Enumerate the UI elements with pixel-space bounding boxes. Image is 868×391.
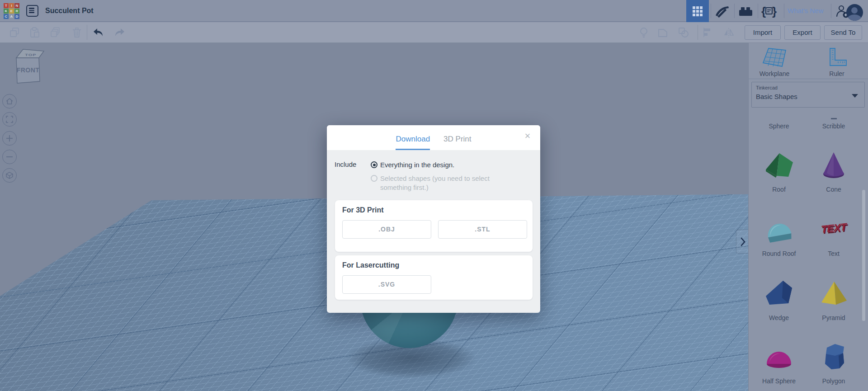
scrollbar-thumb[interactable]: [862, 190, 865, 321]
round-roof-icon: [763, 215, 795, 244]
shape-tile-wedge[interactable]: Wedge: [752, 279, 806, 308]
shape-category-dropdown[interactable]: Tinkercad Basic Shapes: [751, 82, 865, 108]
edit-toolbar: Import Export Send To: [0, 22, 868, 43]
divider: [734, 4, 735, 18]
include-label: Include: [335, 160, 356, 168]
close-icon[interactable]: ×: [522, 131, 533, 141]
for-lasercutting-title: For Lasercutting: [342, 261, 399, 269]
paste-icon[interactable]: [28, 26, 41, 39]
for-3d-print-card: For 3D Print .OBJ .STL: [335, 200, 533, 252]
perspective-toggle-button[interactable]: [2, 168, 17, 183]
tab-download[interactable]: Download: [396, 135, 430, 150]
zoom-out-button[interactable]: [2, 150, 17, 164]
duplicate-icon[interactable]: [49, 26, 61, 39]
dashboard-grid-button[interactable]: [686, 0, 709, 22]
ruler-icon: [826, 47, 847, 69]
for-lasercutting-card: For Lasercutting .SVG: [335, 255, 533, 300]
home-view-button[interactable]: [2, 94, 17, 108]
tinkercad-logo[interactable]: TINKERCAD: [4, 3, 19, 19]
whats-new-link[interactable]: What's New: [788, 7, 824, 14]
ruler-tool-label: Ruler: [811, 70, 863, 77]
divider: [87, 25, 87, 40]
view-cube[interactable]: TOP FRONT: [11, 44, 46, 87]
copy-icon[interactable]: [8, 26, 21, 39]
for-3d-print-title: For 3D Print: [342, 206, 384, 214]
design-menu-icon[interactable]: [26, 5, 38, 17]
dialog-tab-bar: Download 3D Print: [327, 125, 540, 150]
divider: [749, 79, 868, 79]
shape-tile-cone[interactable]: Cone: [807, 151, 861, 179]
grid-apps-icon: [693, 6, 703, 16]
undo-icon[interactable]: [92, 26, 105, 39]
export-button[interactable]: Export: [784, 25, 821, 40]
wedge-icon: [763, 279, 795, 308]
zoom-in-button[interactable]: [2, 131, 17, 146]
obj-download-button[interactable]: .OBJ: [342, 220, 431, 239]
shape-tile-text[interactable]: TEXT TEXT Text: [807, 215, 861, 244]
shape-tile-polygon[interactable]: Polygon: [807, 342, 861, 371]
svg-text:{: {: [761, 5, 766, 18]
radio-selected-shapes: [371, 175, 377, 182]
app-header: TINKERCAD Succulent Pot { } What's New: [0, 0, 868, 22]
delete-icon[interactable]: [71, 26, 83, 39]
shapes-panel: Workplane Ruler Tinkercad Basic Shapes S…: [748, 43, 868, 391]
codeblocks-icon[interactable]: { }: [759, 4, 779, 19]
notes-icon[interactable]: [656, 26, 669, 39]
cone-icon: [818, 151, 849, 179]
shape-tile-pyramid[interactable]: Pyramid: [807, 279, 861, 308]
workplane-icon: [762, 47, 788, 69]
svg-text:}: }: [772, 5, 777, 18]
chevron-down-icon: [852, 94, 858, 98]
divider: [698, 25, 698, 40]
download-dialog: Download 3D Print × Include Everything i…: [327, 125, 540, 313]
radio-everything[interactable]: [371, 161, 377, 168]
divider: [711, 4, 711, 18]
shape-tile-half-sphere[interactable]: Half Sphere: [752, 342, 806, 371]
collapse-panel-handle[interactable]: [736, 230, 750, 254]
svg-download-button[interactable]: .SVG: [342, 275, 431, 294]
roof-icon: [763, 151, 795, 179]
brick-icon[interactable]: [736, 4, 755, 19]
divider: [831, 4, 831, 18]
lightbulb-icon[interactable]: [637, 26, 650, 39]
stl-download-button[interactable]: .STL: [438, 220, 527, 239]
align-icon[interactable]: [702, 26, 714, 39]
import-button[interactable]: Import: [745, 25, 781, 40]
dropdown-value: Basic Shapes: [756, 93, 797, 100]
shape-tile-roof[interactable]: Roof: [752, 151, 806, 179]
text-shape-icon: TEXT TEXT: [818, 215, 849, 244]
minecraft-pickaxe-icon[interactable]: [712, 4, 732, 19]
fit-view-button[interactable]: [2, 112, 17, 127]
divider: [758, 4, 758, 18]
redo-icon[interactable]: [113, 26, 126, 39]
avatar-silhouette: [851, 7, 858, 14]
view-cube-top-label: TOP: [25, 53, 36, 57]
send-to-button[interactable]: Send To: [824, 25, 862, 40]
shape-tile-round-roof[interactable]: Round Roof: [752, 215, 806, 244]
design-title: Succulent Pot: [45, 7, 94, 15]
radio-selected-shapes-label: Selected shapes (you need to select some…: [380, 174, 491, 192]
polygon-icon: [818, 342, 849, 371]
radio-everything-label: Everything in the design.: [380, 161, 454, 169]
tab-3d-print[interactable]: 3D Print: [443, 135, 471, 150]
scribble-icon-clipped: [831, 118, 837, 119]
dropdown-category: Tinkercad: [756, 85, 778, 90]
divider: [784, 4, 784, 18]
group-icon[interactable]: [677, 26, 690, 39]
workplane-tool-label: Workplane: [749, 70, 800, 77]
mirror-icon[interactable]: [722, 26, 735, 39]
ruler-tool[interactable]: [826, 47, 847, 69]
workplane-tool[interactable]: [762, 47, 788, 69]
view-cube-front-label: FRONT: [17, 66, 40, 74]
half-sphere-icon: [763, 342, 795, 371]
pyramid-icon: [818, 279, 849, 308]
avatar[interactable]: [846, 4, 863, 21]
